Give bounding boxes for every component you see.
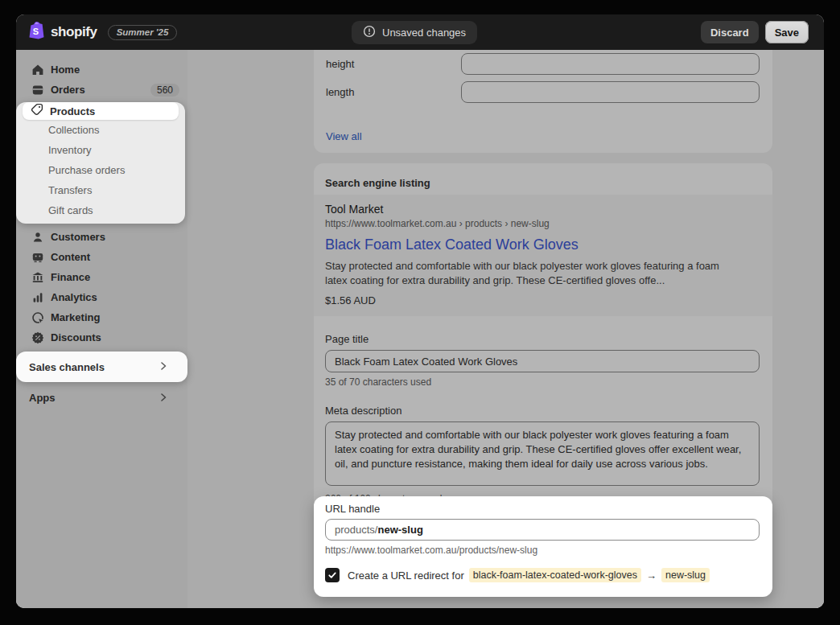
url-handle-label: URL handle: [325, 503, 760, 515]
discard-button[interactable]: Discard: [701, 21, 759, 43]
app-window: S shopify Summer '25 Unsaved changes Di: [16, 14, 824, 608]
customers-icon: [31, 230, 44, 244]
save-button[interactable]: Save: [765, 21, 809, 43]
unsaved-changes-label: Unsaved changes: [382, 27, 466, 39]
marketing-icon: [31, 310, 44, 324]
chevron-right-icon: [159, 360, 168, 374]
sidebar-item-sales-channels[interactable]: Sales channels: [16, 352, 187, 382]
sidebar-item-analytics[interactable]: Analytics: [16, 287, 187, 307]
sidebar-nav: Home Orders 560: [16, 50, 187, 608]
search-engine-listing-card: Search engine listing Tool Market https:…: [314, 163, 772, 597]
top-bar: S shopify Summer '25 Unsaved changes Di: [16, 14, 824, 50]
length-input[interactable]: [461, 81, 760, 103]
height-input[interactable]: [461, 53, 760, 75]
sidebar-item-finance[interactable]: Finance: [16, 267, 187, 287]
seo-url-breadcrumb: https://www.toolmarket.com.au › products…: [325, 218, 761, 229]
view-all-link[interactable]: View all: [326, 130, 362, 142]
orders-count-badge: 560: [150, 84, 179, 97]
url-handle-input[interactable]: products/new-slug: [325, 519, 760, 541]
shopify-bag-icon: S: [27, 21, 45, 43]
sidebar-item-purchase-orders[interactable]: Purchase orders: [16, 160, 185, 180]
sidebar-item-transfers[interactable]: Transfers: [16, 180, 185, 200]
dimensions-card: height length View all: [314, 50, 772, 153]
home-icon: [31, 63, 44, 76]
main-content: height length View all Search engine lis…: [187, 50, 824, 608]
screen: S shopify Summer '25 Unsaved changes Di: [0, 0, 840, 625]
url-handle-section: URL handle products/new-slug https://www…: [314, 496, 772, 597]
sidebar-item-customers[interactable]: Customers: [16, 227, 187, 247]
sidebar-item-inventory[interactable]: Inventory: [16, 140, 185, 160]
discounts-badge-icon: [31, 331, 44, 344]
sidebar-item-home[interactable]: Home: [16, 60, 187, 80]
sidebar-item-marketing[interactable]: Marketing: [16, 307, 187, 327]
seo-card-title: Search engine listing: [314, 163, 772, 189]
page-title-helper: 35 of 70 characters used: [325, 376, 760, 388]
products-tag-icon: [31, 103, 43, 119]
sidebar-item-gift-cards[interactable]: Gift cards: [16, 200, 185, 220]
products-nav-group: Products Collections Inventory Purchase …: [16, 102, 185, 224]
unsaved-changes-banner: Unsaved changes: [352, 21, 477, 44]
height-label: height: [326, 58, 461, 70]
meta-description-textarea[interactable]: Stay protected and comfortable with our …: [325, 421, 760, 486]
metafield-row-height: height: [326, 53, 760, 75]
sidebar-item-content[interactable]: Content: [16, 247, 187, 267]
sidebar-item-collections[interactable]: Collections: [16, 120, 185, 140]
url-handle-prefix: products/: [335, 524, 377, 536]
url-redirect-row: Create a URL redirect for black-foam-lat…: [325, 568, 760, 582]
topbar-actions: Discard Save: [701, 21, 809, 43]
sidebar-item-apps[interactable]: Apps: [16, 388, 187, 408]
new-slug-chip: new-slug: [661, 568, 710, 582]
url-preview-text: https://www.toolmarket.com.au/products/n…: [325, 545, 760, 556]
page-title-label: Page title: [325, 333, 760, 345]
sidebar-item-discounts[interactable]: Discounts: [16, 327, 187, 347]
chevron-right-icon: [159, 391, 168, 405]
seo-site-name: Tool Market: [325, 203, 761, 216]
meta-description-label: Meta description: [325, 405, 760, 417]
sidebar-item-orders[interactable]: Orders 560: [16, 80, 187, 100]
old-slug-chip: black-foam-latex-coated-work-gloves: [469, 568, 641, 582]
length-label: length: [326, 86, 461, 98]
seo-result-title: Black Foam Latex Coated Work Gloves: [325, 236, 761, 253]
content-icon: [31, 250, 44, 264]
alert-circle-icon: [363, 25, 376, 40]
sidebar-item-products[interactable]: Products: [23, 102, 179, 120]
url-redirect-checkbox[interactable]: [325, 568, 340, 582]
seo-result-price: $1.56 AUD: [325, 294, 761, 306]
orders-icon: [31, 83, 44, 97]
arrow-right-icon: →: [646, 569, 657, 582]
brand-wordmark: shopify: [51, 24, 97, 40]
analytics-bars-icon: [31, 290, 44, 304]
svg-text:S: S: [33, 27, 39, 36]
url-redirect-label: Create a URL redirect for: [348, 569, 464, 582]
metafield-row-length: length: [326, 81, 760, 103]
page-title-input[interactable]: [325, 350, 760, 372]
shopify-logo[interactable]: S shopify Summer '25: [27, 14, 177, 50]
seo-preview: Tool Market https://www.toolmarket.com.a…: [314, 195, 772, 316]
version-badge: Summer '25: [108, 25, 178, 40]
seo-result-description: Stay protected and comfortable with our …: [325, 259, 743, 288]
url-handle-slug: new-slug: [377, 524, 422, 536]
finance-bank-icon: [31, 270, 44, 284]
